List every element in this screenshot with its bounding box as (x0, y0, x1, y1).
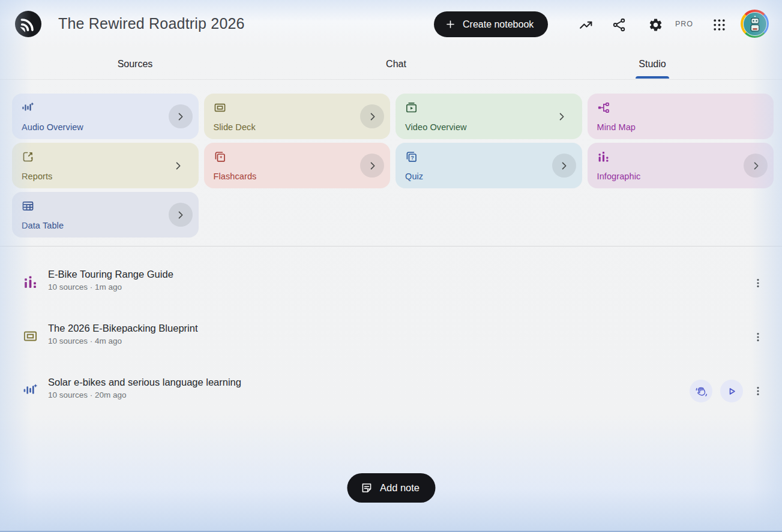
tool-label: Reports (22, 172, 52, 181)
artifact-text: E-Bike Touring Range Guide10 sources · 1… (48, 269, 173, 291)
tool-label: Flashcards (214, 172, 257, 181)
infographic-icon (597, 151, 610, 163)
svg-text:?: ? (411, 155, 414, 161)
add-note-button[interactable]: Add note (347, 473, 435, 503)
share-icon[interactable] (611, 17, 627, 32)
pro-badge: PRO (675, 20, 693, 28)
artifact-title: The 2026 E-Bikepacking Blueprint (48, 323, 197, 334)
tool-label: Mind Map (597, 122, 636, 132)
artifact-text: Solar e-bikes and serious language learn… (48, 377, 241, 399)
tool-card-audio-overview[interactable]: Audio Overview (12, 94, 199, 139)
chevron-right-icon[interactable] (744, 154, 768, 178)
notebooklm-page: The Rewired Roadtrip 2026 Create noteboo… (0, 0, 782, 532)
artifact-title: E-Bike Touring Range Guide (48, 269, 173, 280)
analytics-trending-icon[interactable] (578, 17, 594, 32)
more-options-icon[interactable] (751, 326, 765, 348)
artifact-actions (751, 326, 765, 348)
data-table-icon (22, 200, 34, 212)
tool-card-reports[interactable]: Reports (12, 143, 199, 188)
audio-waveform-icon (23, 383, 38, 398)
tool-label: Video Overview (405, 122, 467, 132)
active-tab-indicator (636, 76, 669, 79)
section-divider (0, 246, 782, 247)
artifact-actions (751, 272, 765, 294)
settings-gear-icon[interactable] (648, 17, 663, 32)
chevron-right-icon[interactable] (169, 104, 193, 128)
create-notebook-label: Create notebook (463, 19, 534, 30)
create-notebook-button[interactable]: Create notebook (434, 11, 548, 37)
add-note-label: Add note (380, 482, 420, 494)
tool-card-video-overview[interactable]: Video Overview (396, 94, 582, 139)
chevron-right-icon[interactable] (169, 203, 193, 227)
artifact-text: The 2026 E-Bikepacking Blueprint10 sourc… (48, 323, 197, 345)
play-button[interactable] (720, 380, 743, 402)
studio-tools-grid: Audio OverviewSlide DeckVideo OverviewMi… (12, 94, 774, 238)
avatar-robot-image (743, 12, 767, 36)
artifact-meta: 10 sources · 1m ago (48, 282, 173, 291)
slide-deck-icon (23, 329, 38, 344)
audio-waveform-icon (22, 101, 34, 114)
tool-card-data-table[interactable]: Data Table (12, 192, 199, 238)
tool-card-mind-map[interactable]: Mind Map (588, 94, 774, 139)
infographic-icon (23, 275, 38, 290)
artifact-row[interactable]: Solar e-bikes and serious language learn… (0, 372, 782, 410)
flashcards-icon (214, 151, 226, 163)
tab-studio[interactable]: Studio (639, 59, 666, 70)
logo-wave-icon (15, 11, 41, 37)
tool-card-slide-deck[interactable]: Slide Deck (204, 94, 391, 139)
chevron-right-icon[interactable] (552, 154, 576, 178)
tool-card-flashcards[interactable]: Flashcards (204, 143, 391, 188)
tool-label: Quiz (405, 172, 423, 181)
slide-deck-icon (214, 101, 226, 114)
more-options-icon[interactable] (751, 380, 765, 402)
tool-label: Infographic (597, 172, 641, 181)
apps-grid-icon[interactable] (711, 17, 727, 32)
tab-bar: SourcesChatStudio (0, 53, 782, 80)
tool-card-quiz[interactable]: ?Quiz (396, 143, 582, 188)
more-options-icon[interactable] (751, 272, 765, 294)
artifact-row[interactable]: The 2026 E-Bikepacking Blueprint10 sourc… (0, 318, 782, 356)
tab-chat[interactable]: Chat (386, 59, 406, 70)
chevron-right-icon[interactable] (360, 104, 384, 128)
interactive-mode-button[interactable] (690, 380, 712, 402)
mind-map-icon (597, 101, 610, 114)
artifact-meta: 10 sources · 20m ago (48, 390, 241, 399)
artifact-title: Solar e-bikes and serious language learn… (48, 377, 241, 388)
tab-sources[interactable]: Sources (118, 59, 153, 70)
notebooklm-logo[interactable] (15, 11, 41, 37)
artifact-row[interactable]: E-Bike Touring Range Guide10 sources · 1… (0, 264, 782, 302)
chevron-right-icon[interactable] (550, 104, 574, 128)
reports-icon (22, 151, 34, 163)
plus-icon (445, 19, 456, 30)
tool-label: Data Table (22, 221, 64, 230)
tool-label: Audio Overview (22, 122, 83, 132)
user-avatar[interactable] (741, 10, 769, 38)
video-overview-icon (405, 101, 418, 114)
chevron-right-icon[interactable] (166, 154, 190, 178)
artifact-meta: 10 sources · 4m ago (48, 336, 197, 345)
notebook-title[interactable]: The Rewired Roadtrip 2026 (58, 15, 245, 32)
note-icon (360, 482, 373, 494)
artifact-actions (690, 380, 765, 402)
tool-card-infographic[interactable]: Infographic (588, 143, 774, 188)
quiz-icon: ? (405, 151, 418, 163)
tool-label: Slide Deck (214, 122, 256, 132)
chevron-right-icon[interactable] (360, 154, 384, 178)
